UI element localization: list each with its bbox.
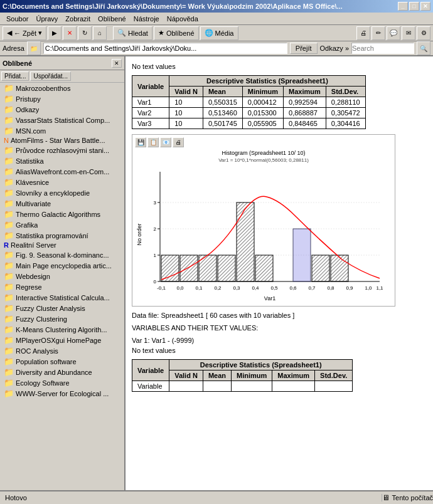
stop-button[interactable]: ✕ <box>63 26 77 40</box>
folder-icon: 📁 <box>30 45 38 52</box>
hist-save-button[interactable]: 💾 <box>135 137 146 147</box>
histogram-title: Histogram (Spreadsheet1 10/ 10) <box>135 150 392 156</box>
sidebar-close-button[interactable]: ✕ <box>112 59 122 68</box>
hist-copy-button[interactable]: 📋 <box>147 137 159 147</box>
sidebar-item-26[interactable]: 📁Population software <box>0 356 124 367</box>
cell-2-3: 0,055905 <box>242 118 283 129</box>
sidebar-item-3[interactable]: 📁VassarStats Statistical Comp... <box>0 115 124 125</box>
sidebar-item-label: Odkazy <box>16 106 39 113</box>
svg-text:0,7: 0,7 <box>308 285 316 291</box>
search-button[interactable]: 🔍 Hledat <box>113 26 152 40</box>
sidebar-item-10[interactable]: 📁Slovníky a encyklopedie <box>0 187 124 198</box>
no-text-values-1: No text values <box>132 63 427 70</box>
search-input[interactable] <box>351 43 414 54</box>
sidebar-item-25[interactable]: 📁ROC Analysis <box>0 345 124 356</box>
menu-bar: Soubor Úpravy Zobrazit Oblíbené Nástroje… <box>0 13 433 25</box>
sidebar-item-11[interactable]: 📁Multivariate <box>0 198 124 209</box>
add-button[interactable]: Přidat... <box>1 71 29 81</box>
sidebar-item-29[interactable]: 📁WWW-Server for Ecological ... <box>0 388 124 399</box>
sidebar-item-15[interactable]: RRealitní Server <box>0 241 124 249</box>
sidebar-item-1[interactable]: 📁Pristupy <box>0 93 124 104</box>
minimize-button[interactable]: _ <box>398 2 408 11</box>
menu-favorites[interactable]: Oblíbené <box>94 14 130 24</box>
options-button[interactable]: ⚙ <box>417 26 430 40</box>
folder-icon: 📁 <box>4 314 14 323</box>
minimum-header: Minimum <box>242 87 283 97</box>
go-button[interactable]: Přejít <box>290 43 318 54</box>
sidebar-item-label: Thermo Galactic Algorithms <box>16 211 100 218</box>
sidebar-item-24[interactable]: 📁MPlayerOSXgui HomePage <box>0 335 124 345</box>
folder-icon-button[interactable]: 📁 <box>27 41 41 55</box>
sidebar-list: 📁Makrozoobenthos📁Pristupy📁Odkazy📁VassarS… <box>0 83 124 490</box>
sidebar-item-16[interactable]: 📁Fig. 9. Seasonal k-dominanc... <box>0 249 124 260</box>
sidebar-item-27[interactable]: 📁Diversity and Abundance <box>0 367 124 377</box>
svg-text:0,1: 0,1 <box>195 285 203 291</box>
sidebar-item-6[interactable]: 📁Průvodce rozhlasovými stani... <box>0 145 124 155</box>
histogram-container: 💾 📋 📧 🖨 Histogram (Spreadsheet1 10/ 10) … <box>132 134 395 307</box>
cell-0-5: 0,288110 <box>326 97 365 108</box>
sidebar-item-5[interactable]: NAtomFilms - Star Wars Battle... <box>0 136 124 145</box>
back-button[interactable]: ◀ ← Zpět ▾ <box>3 26 46 40</box>
sidebar-item-17[interactable]: 📁Main Page encyclopedia artic... <box>0 260 124 271</box>
discuss-button[interactable]: 💬 <box>387 26 400 40</box>
sidebar-item-label: Grafika <box>16 221 38 229</box>
hist-print-button[interactable]: 📧 <box>160 137 171 147</box>
folder-icon: 📁 <box>4 105 14 114</box>
menu-file[interactable]: Soubor <box>3 14 32 24</box>
cell-1-3: 0,015300 <box>242 108 283 118</box>
sidebar-item-22[interactable]: 📁Fuzzy Clustering <box>0 313 124 324</box>
sidebar-item-13[interactable]: 📁Grafika <box>0 219 124 230</box>
menu-edit[interactable]: Úpravy <box>32 14 61 24</box>
sidebar-item-4[interactable]: 📁MSN.com <box>0 125 124 136</box>
forward-button[interactable]: ▶ <box>48 26 61 40</box>
sidebar-item-14[interactable]: 📁Statistika programování <box>0 230 124 241</box>
title-text: C:\Documents and Settings\Jiří Jarkovský… <box>3 3 398 10</box>
sidebar-toolbar: Přidat... Uspořádat... <box>0 70 124 83</box>
favorites-button[interactable]: ★ Oblíbené <box>154 26 199 40</box>
back-icon: ◀ <box>7 29 12 37</box>
menu-view[interactable]: Zobrazit <box>61 14 94 24</box>
edit-button[interactable]: ✏ <box>372 26 385 40</box>
star-icon: ★ <box>158 29 164 37</box>
sidebar-item-label: Statistika programování <box>16 232 88 239</box>
sidebar-item-label: WWW-Server for Ecological ... <box>16 390 109 397</box>
sidebar-item-8[interactable]: 📁AliasWavefront.com-en-Com... <box>0 166 124 177</box>
options-icon: ⚙ <box>421 29 427 36</box>
back-dropdown-icon: ▾ <box>38 29 42 37</box>
sidebar-item-19[interactable]: 📁Regrese <box>0 281 124 292</box>
search-go-icon[interactable]: 🔍 <box>417 41 430 55</box>
close-button[interactable]: ✕ <box>420 2 430 11</box>
sidebar-item-23[interactable]: 📁K-Means Clustering Algorith... <box>0 324 124 335</box>
sidebar-item-21[interactable]: 📁Fuzzy Cluster Analysis <box>0 303 124 313</box>
sidebar-item-20[interactable]: 📁Interactive Statistical Calcula... <box>0 292 124 303</box>
computer-icon: 🖥 <box>382 493 390 502</box>
maximize-button[interactable]: □ <box>409 2 419 11</box>
print-button[interactable]: 🖨 <box>356 26 370 40</box>
sidebar-item-2[interactable]: 📁Odkazy <box>0 104 124 115</box>
home-button[interactable]: ⌂ <box>93 26 107 40</box>
sidebar-item-7[interactable]: 📁Statistika <box>0 155 124 166</box>
svg-text:0,5: 0,5 <box>270 285 278 291</box>
sidebar-item-label: Diversity and Abundance <box>16 369 92 376</box>
address-input[interactable] <box>43 43 287 54</box>
menu-help[interactable]: Nápověda <box>163 14 202 24</box>
sidebar-item-label: Regrese <box>16 283 42 291</box>
media-button[interactable]: 🌐 Média <box>200 26 238 40</box>
menu-tools[interactable]: Nástroje <box>130 14 163 24</box>
sidebar-item-18[interactable]: 📁Webdesign <box>0 271 124 281</box>
sidebar-item-0[interactable]: 📁Makrozoobenthos <box>0 83 124 93</box>
svg-text:1: 1 <box>154 253 157 258</box>
sidebar-item-9[interactable]: 📁Klávesnice <box>0 177 124 187</box>
validn-header-2: Valid N <box>169 370 203 381</box>
organize-button[interactable]: Uspořádat... <box>30 71 70 81</box>
messenger-button[interactable]: ✉ <box>402 26 415 40</box>
sidebar-item-28[interactable]: 📁Ecology Software <box>0 377 124 388</box>
mean-header-2: Mean <box>203 370 231 381</box>
hist-options-button[interactable]: 🖨 <box>173 137 184 147</box>
messenger-icon: ✉ <box>406 29 411 36</box>
links-button[interactable]: Odkazy » <box>320 45 349 52</box>
folder-icon: 📁 <box>4 346 14 355</box>
refresh-button[interactable]: ↻ <box>78 26 92 40</box>
sidebar-item-label: MSN.com <box>16 127 46 135</box>
sidebar-item-12[interactable]: 📁Thermo Galactic Algorithms <box>0 209 124 219</box>
